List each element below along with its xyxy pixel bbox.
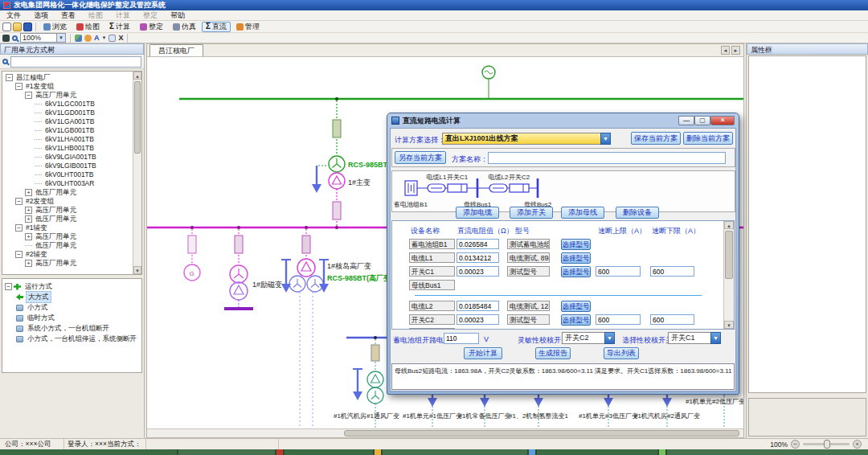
tree-item[interactable]: −#2发变组: [4, 197, 141, 206]
toolbar-button-browse[interactable]: 浏览: [39, 22, 71, 32]
zoom-slider[interactable]: [803, 443, 850, 445]
tree-item[interactable]: 6kV9LGIB001TB: [4, 162, 141, 170]
tree-expand-icon[interactable]: +: [25, 260, 32, 267]
excitation-transformer-branch[interactable]: [224, 229, 253, 309]
switch2-symbol[interactable]: [510, 184, 529, 192]
tree-item[interactable]: 6kV1LHA001TB: [4, 135, 141, 144]
tab-scroll-left-icon[interactable]: ◄: [721, 46, 730, 55]
main-transformer-branch[interactable]: [318, 100, 345, 226]
switch1-symbol[interactable]: [448, 184, 467, 192]
dialog-title-bar[interactable]: 直流短路电流计算 — ▢ ✕: [387, 113, 739, 128]
table-scrollbar[interactable]: ▲ ▼: [723, 221, 734, 329]
zoom-out-icon[interactable]: −: [791, 440, 800, 449]
select-model-button[interactable]: 选择型号: [561, 301, 591, 312]
cable2-symbol[interactable]: [489, 184, 507, 192]
tree-item[interactable]: −#1辅变: [4, 223, 141, 232]
toolbar-button-dc[interactable]: Σ直流: [202, 22, 231, 32]
save-scheme-button[interactable]: 保存当前方案: [631, 132, 681, 145]
chevron-down-icon[interactable]: ▼: [710, 332, 721, 344]
image-tool-icon[interactable]: [75, 35, 82, 42]
open-file-icon[interactable]: [13, 23, 22, 31]
tree-item[interactable]: 6kV0LHT001TB: [4, 170, 141, 179]
tab-changjiang-plant[interactable]: 昌江核电厂: [149, 44, 203, 56]
scrollbar-thumb[interactable]: [344, 430, 739, 437]
menu-item[interactable]: 计算: [109, 10, 137, 21]
resistance-input[interactable]: [457, 252, 499, 263]
scheme-combo[interactable]: 直出LXJ1001出线方案 ▼: [442, 133, 611, 145]
find-icon[interactable]: [2, 35, 10, 42]
upper-limit-input[interactable]: [596, 314, 641, 325]
tree-expand-icon[interactable]: +: [25, 233, 32, 240]
select-model-button[interactable]: 选择型号: [561, 266, 591, 277]
delete-tool-icon[interactable]: X: [118, 34, 123, 42]
resistance-input[interactable]: [457, 239, 499, 249]
chevron-down-icon[interactable]: ▼: [604, 332, 615, 344]
tree-collapse-icon[interactable]: −: [15, 198, 23, 205]
tree-item[interactable]: +高压厂用单元: [4, 259, 141, 268]
scrollbar-thumb[interactable]: [134, 81, 141, 154]
tree-item[interactable]: 6kV0LHT003AR: [4, 179, 141, 188]
save-file-icon[interactable]: [23, 23, 32, 31]
tree-collapse-icon[interactable]: −: [25, 92, 32, 99]
tree-item[interactable]: −#2辅变: [4, 250, 141, 259]
tree-item[interactable]: −高压厂用单元: [4, 91, 141, 100]
run-mode-item[interactable]: 临时方式: [5, 313, 141, 323]
resistance-input[interactable]: [457, 266, 499, 277]
text-tool-icon[interactable]: A: [94, 34, 100, 42]
tree-expand-icon[interactable]: +: [25, 215, 32, 223]
tree-item[interactable]: 6kV1LGC001TB: [4, 100, 141, 109]
run-mode-item[interactable]: 大方式: [5, 292, 141, 302]
battery-symbol[interactable]: [405, 181, 417, 195]
cable1-symbol[interactable]: [428, 184, 445, 192]
saveas-button[interactable]: 另存当前方案: [395, 151, 446, 164]
run-mode-item[interactable]: 小方式，一台机组停运，系统侧断开: [5, 334, 141, 344]
zoom-slider-thumb[interactable]: [824, 440, 830, 449]
toolbar-button-setting[interactable]: 整定: [136, 22, 167, 32]
lower-limit-input[interactable]: [650, 266, 694, 277]
run-mode-item[interactable]: 小方式: [5, 302, 141, 313]
battery-voltage-input[interactable]: [444, 333, 479, 344]
tree-collapse-icon[interactable]: −: [5, 283, 12, 290]
run-mode-item[interactable]: 系统小方式，一台机组断开: [5, 323, 141, 334]
delete-device-button[interactable]: 删除设备: [616, 207, 659, 219]
close-button[interactable]: ✕: [710, 116, 735, 125]
resistance-input[interactable]: [457, 314, 499, 325]
tree-item[interactable]: −昌江核电厂: [4, 73, 141, 82]
tree-scrollbar[interactable]: ▲ ▼: [133, 72, 141, 274]
toolbar-button-manage[interactable]: 管理: [232, 22, 264, 32]
minimize-button[interactable]: —: [678, 116, 694, 125]
tree-item[interactable]: 低压厂用单元: [4, 241, 141, 250]
add-cable-button[interactable]: 添加电缆: [456, 207, 499, 219]
tree-item[interactable]: +高压厂用单元: [4, 232, 141, 241]
edit-tool-icon[interactable]: [108, 35, 116, 42]
generator-branch[interactable]: G: [184, 229, 200, 281]
menu-item[interactable]: 绘图: [82, 10, 109, 21]
select-model-button[interactable]: 选择型号: [561, 314, 591, 326]
tree-item[interactable]: −#1发变组: [4, 82, 141, 91]
delete-scheme-button[interactable]: 删除当前方案: [683, 132, 733, 145]
resistance-input[interactable]: [457, 301, 499, 311]
menu-item[interactable]: 查看: [55, 10, 82, 21]
tree-search-input[interactable]: [10, 56, 141, 68]
chevron-down-icon[interactable]: ▼: [102, 35, 107, 40]
tree-item[interactable]: 6kV1LGB001TB: [4, 126, 141, 135]
sensitivity-switch-combo[interactable]: 开关C2 ▼: [562, 332, 615, 344]
tree-expand-icon[interactable]: +: [25, 207, 32, 214]
scroll-up-icon[interactable]: ▲: [724, 221, 734, 229]
toolbar-button-draw[interactable]: 绘图: [72, 22, 104, 32]
chevron-down-icon[interactable]: ▼: [57, 33, 66, 43]
select-model-button[interactable]: 选择型号: [561, 239, 591, 250]
scroll-up-icon[interactable]: ▲: [133, 72, 141, 80]
maximize-button[interactable]: ▢: [694, 116, 710, 125]
zoom-in-icon[interactable]: +: [853, 440, 862, 449]
add-bus-button[interactable]: 添加母线: [561, 207, 604, 219]
toolbar-button-calc[interactable]: Σ计算: [105, 22, 134, 32]
menu-item[interactable]: 选项: [27, 10, 55, 21]
tab-scroll-right-icon[interactable]: ►: [731, 46, 740, 55]
tree-item[interactable]: 6kV1LGA001TB: [4, 117, 141, 126]
chevron-down-icon[interactable]: ▼: [600, 133, 611, 145]
scroll-down-icon[interactable]: ▼: [724, 321, 734, 329]
export-list-button[interactable]: 导出列表: [604, 347, 639, 359]
tree-item[interactable]: +低压厂用单元: [4, 188, 141, 197]
add-switch-button[interactable]: 添加开关: [510, 207, 553, 219]
